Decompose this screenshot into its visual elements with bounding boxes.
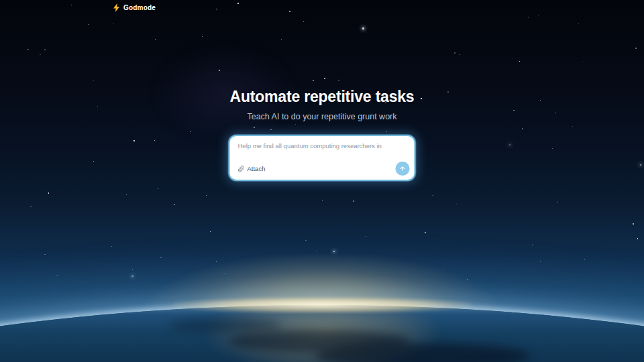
page-title: Automate repetitive tasks [0, 88, 644, 106]
brand-logo[interactable]: Godmode [113, 3, 156, 12]
star [131, 276, 133, 277]
prompt-input[interactable] [230, 136, 415, 162]
attach-button[interactable]: Attach [237, 164, 267, 174]
attach-label: Attach [248, 165, 266, 172]
star [289, 11, 290, 12]
star [295, 124, 296, 125]
star [305, 240, 307, 241]
star [454, 52, 455, 54]
star [354, 200, 355, 202]
star [133, 140, 135, 141]
prompt-card-footer: Attach [237, 162, 410, 176]
star [254, 127, 255, 128]
prompt-card: Attach [229, 135, 416, 181]
star [48, 192, 50, 194]
arrow-up-icon [400, 166, 406, 172]
star [210, 231, 211, 232]
star [552, 148, 553, 149]
star [174, 204, 175, 206]
paperclip-icon [238, 166, 245, 172]
star [219, 70, 220, 71]
page-subtitle: Teach AI to do your repetitive grunt wor… [0, 112, 644, 121]
star [28, 49, 28, 50]
star [281, 40, 282, 40]
star [56, 276, 58, 277]
star [324, 78, 325, 79]
lightning-bolt-icon [113, 3, 120, 12]
star [30, 206, 31, 206]
send-button[interactable] [396, 162, 410, 176]
hero-section: Automate repetitive tasks Teach AI to do… [0, 88, 644, 121]
star [635, 48, 637, 49]
star [237, 3, 239, 4]
star [322, 200, 323, 201]
star [126, 194, 127, 195]
star [362, 27, 364, 29]
star [158, 188, 158, 189]
brand-name: Godmode [123, 4, 156, 11]
star [154, 140, 155, 141]
cloud-patch [168, 318, 282, 333]
star [572, 126, 573, 127]
star [425, 232, 426, 233]
star [313, 80, 314, 82]
star [522, 128, 523, 129]
star [633, 223, 634, 225]
